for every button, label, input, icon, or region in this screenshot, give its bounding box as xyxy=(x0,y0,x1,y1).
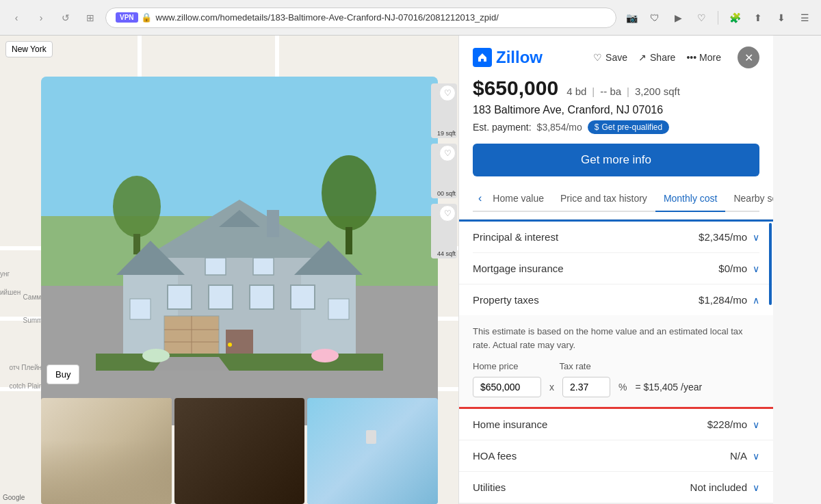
zillow-house-icon xyxy=(477,52,488,63)
main-layout: Саммит Summit унг ийшен отч Плейнс cotch… xyxy=(0,36,821,504)
utilities-label: Utilities xyxy=(473,481,506,493)
play-button[interactable]: ▶ xyxy=(668,8,688,27)
home-insurance-row[interactable]: Home insurance $228/mo ∨ xyxy=(459,409,773,440)
back-button[interactable]: ‹ xyxy=(7,8,26,27)
est-payment-row: Est. payment: $3,854/mo $ Get pre-qualif… xyxy=(473,120,759,134)
property-tabs: ‹ Home value Price and tax history Month… xyxy=(473,186,759,212)
thumbnail-2[interactable] xyxy=(174,398,305,504)
hoa-fees-label: HOA fees xyxy=(473,450,517,462)
tab-price-tax-label: Price and tax history xyxy=(560,193,647,204)
svg-rect-14 xyxy=(291,285,315,309)
svg-rect-21 xyxy=(205,258,226,275)
close-icon: ✕ xyxy=(744,51,753,64)
thumbnail-3[interactable] xyxy=(307,398,438,504)
tab-nearby-schools[interactable]: Nearby sch xyxy=(725,186,773,212)
download-button[interactable]: ⬇ xyxy=(772,8,791,27)
close-button[interactable]: ✕ xyxy=(738,47,759,68)
tax-expanded-section: This estimate is based on the home value… xyxy=(459,315,773,409)
side-previews: ♡ 19 sqft ♡ 00 sqft ♡ 44 sqft xyxy=(431,83,458,258)
menu-button[interactable]: ☰ xyxy=(795,8,814,27)
more-label: More xyxy=(699,52,721,63)
svg-rect-22 xyxy=(253,258,274,275)
shield-button[interactable]: 🛡 xyxy=(645,8,664,27)
svg-rect-3 xyxy=(346,227,352,254)
mortgage-insurance-value: $0/mo xyxy=(718,263,747,274)
forward-button[interactable]: › xyxy=(31,8,51,27)
save-button[interactable]: ♡ Save xyxy=(593,52,627,63)
principal-chevron-icon: ∨ xyxy=(753,232,759,243)
principal-value-row: $2,345/mo ∨ xyxy=(699,231,759,243)
show-button[interactable]: Buy xyxy=(47,364,79,384)
home-price-input[interactable] xyxy=(473,377,541,397)
tabs-prev-button[interactable]: ‹ xyxy=(475,189,484,207)
svg-rect-13 xyxy=(250,285,274,309)
get-more-info-button[interactable]: Get more info xyxy=(473,144,759,176)
home-price-col-label: Home price xyxy=(473,361,518,371)
utilities-row[interactable]: Utilities Not included ∨ xyxy=(459,472,773,503)
location-badge[interactable]: New York xyxy=(5,41,53,57)
tab-monthly-cost[interactable]: Monthly cost xyxy=(655,186,726,212)
tax-rate-col-label: Tax rate xyxy=(559,361,590,371)
tax-rate-input[interactable] xyxy=(562,377,610,397)
property-taxes-chevron-icon: ∧ xyxy=(753,295,759,306)
more-button[interactable]: ••• More xyxy=(686,52,721,63)
hoa-fees-row[interactable]: HOA fees N/A ∨ xyxy=(459,440,773,472)
sqft-detail: 3,200 sqft xyxy=(635,85,680,97)
share-button[interactable]: ⬆ xyxy=(748,8,768,27)
share-button[interactable]: ↗ Share xyxy=(638,52,675,63)
price-details: 4 bd | -- ba | 3,200 sqft xyxy=(566,85,680,97)
baths-detail: -- ba xyxy=(600,85,621,97)
tax-annual-result: = $15,405 /year xyxy=(635,382,702,393)
extension-button[interactable]: 🧩 xyxy=(725,8,744,27)
reload-button[interactable]: ↺ xyxy=(56,8,75,27)
est-payment-value: $3,854/mo xyxy=(537,122,582,133)
location-label: New York xyxy=(12,44,47,54)
tab-home-value[interactable]: Home value xyxy=(484,186,552,212)
side-heart-1[interactable]: ♡ xyxy=(439,85,456,101)
listing-price: $650,000 xyxy=(473,77,558,100)
prequalify-label: Get pre-qualified xyxy=(601,122,662,132)
svg-rect-25 xyxy=(96,354,383,371)
zillow-panel: Zillow ♡ Save ↗ Share ••• More xyxy=(458,36,773,504)
ellipsis-icon: ••• xyxy=(686,52,696,63)
mortgage-insurance-row[interactable]: Mortgage insurance $0/mo ∨ xyxy=(459,253,773,284)
principal-interest-row[interactable]: Principal & interest $2,345/mo ∨ xyxy=(473,222,759,253)
house-photo xyxy=(41,77,438,425)
share-icon: ↗ xyxy=(638,52,647,63)
tab-home-value-label: Home value xyxy=(493,193,544,204)
property-taxes-value: $1,284/mo xyxy=(699,294,747,306)
scrollbar[interactable] xyxy=(769,223,772,305)
multiply-symbol: x xyxy=(549,382,554,393)
show-label: Buy xyxy=(55,369,70,380)
hoa-fees-value: N/A xyxy=(730,450,747,462)
side-heart-2[interactable]: ♡ xyxy=(439,145,456,161)
listing-address: 183 Baltimore Ave, Cranford, NJ 07016 xyxy=(473,104,759,116)
lock-icon: 🔒 xyxy=(141,12,152,23)
svg-point-0 xyxy=(113,176,161,237)
address-bar[interactable]: VPN 🔒 www.zillow.com/homedetails/183-Bal… xyxy=(105,8,616,28)
side-heart-3[interactable]: ♡ xyxy=(439,205,456,222)
house-illustration xyxy=(96,152,383,371)
thumbnail-1[interactable] xyxy=(41,398,172,504)
map-label-3: унг xyxy=(0,270,10,278)
get-more-info-label: Get more info xyxy=(581,153,651,166)
svg-point-20 xyxy=(228,343,232,347)
percent-symbol: % xyxy=(618,382,627,393)
home-insurance-chevron-icon: ∨ xyxy=(753,419,759,430)
utilities-value-row: Not included ∨ xyxy=(690,481,759,493)
google-watermark: Google xyxy=(3,494,25,501)
camera-button[interactable]: 📷 xyxy=(622,8,641,27)
svg-rect-12 xyxy=(209,285,233,309)
mortgage-insurance-chevron-icon: ∨ xyxy=(753,263,759,274)
principal-label: Principal & interest xyxy=(473,231,558,243)
heart-icon: ♡ xyxy=(593,52,602,63)
prequalify-button[interactable]: $ Get pre-qualified xyxy=(588,120,669,134)
property-taxes-row[interactable]: Property taxes $1,284/mo ∧ xyxy=(459,284,773,315)
heart-button[interactable]: ♡ xyxy=(692,8,711,27)
tab-price-tax[interactable]: Price and tax history xyxy=(552,186,655,212)
home-insurance-label: Home insurance xyxy=(473,419,547,430)
svg-rect-29 xyxy=(267,210,279,237)
price-row: $650,000 4 bd | -- ba | 3,200 sqft xyxy=(473,77,759,100)
apps-button[interactable]: ⊞ xyxy=(81,8,100,27)
utilities-chevron-icon: ∨ xyxy=(753,482,759,493)
